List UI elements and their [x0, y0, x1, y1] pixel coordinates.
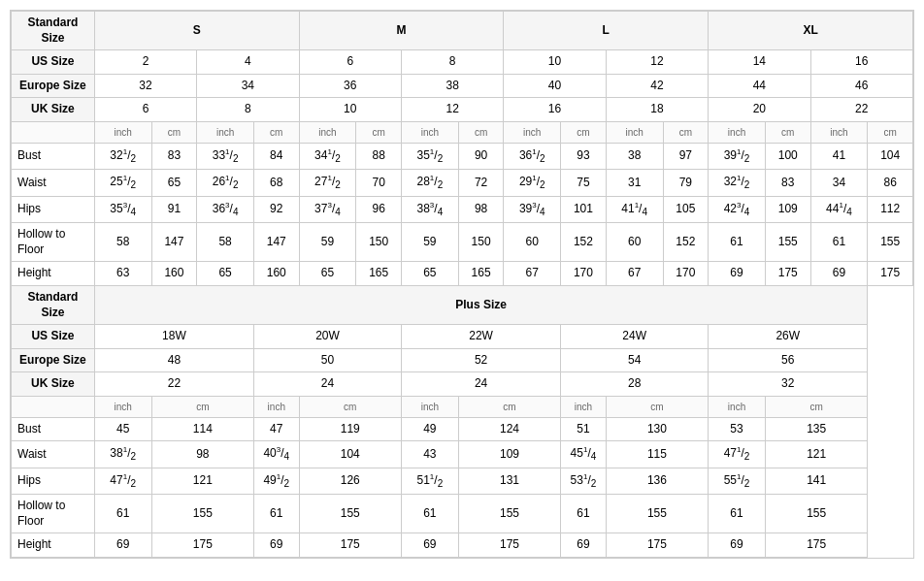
bust-1-8: 90: [458, 143, 504, 169]
hf-1-10: 152: [561, 223, 607, 262]
unit-row-1: inch cm inch cm inch cm inch cm inch cm …: [12, 121, 913, 143]
hollow-floor-label-2: Hollow to Floor: [12, 495, 95, 533]
us-size-row: US Size 2 4 6 8 10 12 14 16: [12, 50, 913, 75]
hips-2-1: 471/2: [94, 468, 151, 494]
hf-1-3: 58: [197, 223, 254, 262]
unit-inch-8: inch: [810, 121, 868, 143]
hips-1-8: 98: [458, 196, 504, 222]
uk2-32: 32: [709, 372, 868, 397]
bust-1-6: 88: [356, 143, 402, 169]
height-1-3: 65: [197, 262, 254, 286]
bust-row-1: Bust 321/2 83 331/2 84 341/2 88 351/2 90…: [12, 143, 913, 169]
height-1-5: 65: [299, 262, 356, 286]
unit2-cm-3: cm: [458, 396, 560, 417]
uk-20: 20: [709, 98, 810, 122]
hips-1-10: 101: [561, 196, 607, 222]
unit-empty: [12, 121, 95, 143]
hf-2-8: 155: [606, 495, 708, 533]
height-2-6: 175: [458, 533, 560, 558]
waist-2-3: 403/4: [254, 441, 300, 468]
height-2-1: 69: [94, 533, 151, 558]
eu-36: 36: [299, 74, 401, 98]
hips-1-14: 109: [765, 196, 810, 222]
us-26w: 26W: [709, 325, 868, 349]
bust-1-14: 100: [765, 143, 810, 169]
unit-inch-6: inch: [606, 121, 663, 143]
bust-1-7: 351/2: [401, 143, 458, 169]
waist-1-11: 31: [606, 170, 663, 196]
size-s-header: S: [94, 12, 299, 50]
hips-label-1: Hips: [12, 196, 95, 222]
height-1-14: 175: [765, 262, 810, 286]
us-size-12: 12: [606, 50, 708, 75]
eu-38: 38: [401, 74, 503, 98]
height-label-1: Height: [12, 262, 95, 286]
height-1-16: 175: [868, 262, 913, 286]
height-2-7: 69: [561, 533, 607, 558]
uk-6: 6: [94, 98, 196, 122]
unit-cm-6: cm: [663, 121, 709, 143]
eu2-50: 50: [254, 348, 402, 372]
bust-1-2: 83: [151, 143, 197, 169]
height-1-1: 63: [94, 262, 151, 286]
height-2-9: 69: [709, 533, 766, 558]
bust-1-15: 41: [810, 143, 868, 169]
bust-2-8: 130: [606, 417, 708, 441]
waist-1-16: 86: [868, 170, 913, 196]
size-xl-header: XL: [709, 12, 913, 50]
height-2-3: 69: [254, 533, 300, 558]
bust-2-6: 124: [458, 417, 560, 441]
unit-cm-5: cm: [561, 121, 607, 143]
waist-1-15: 34: [810, 170, 868, 196]
hips-1-9: 393/4: [504, 196, 561, 222]
waist-1-14: 83: [765, 170, 810, 196]
hf-1-5: 59: [299, 223, 356, 262]
eu-32: 32: [94, 74, 196, 98]
height-row-1: Height 63 160 65 160 65 165 65 165 67 17…: [12, 262, 913, 286]
unit2-inch-1: inch: [94, 396, 151, 417]
bust-1-3: 331/2: [197, 143, 254, 169]
hips-2-5: 511/2: [401, 468, 458, 494]
bust-2-5: 49: [401, 417, 458, 441]
hips-1-2: 91: [151, 196, 197, 222]
hollow-floor-label-1: Hollow to Floor: [12, 223, 95, 262]
unit-inch-1: inch: [94, 121, 151, 143]
uk-size-label: UK Size: [12, 98, 95, 122]
unit2-inch-3: inch: [401, 396, 458, 417]
hollow-floor-row-2: Hollow to Floor 61 155 61 155 61 155 61 …: [12, 495, 913, 533]
height-2-4: 175: [299, 533, 401, 558]
hf-1-8: 150: [458, 223, 504, 262]
europe-size-label: Europe Size: [12, 74, 95, 98]
bust-1-4: 84: [254, 143, 300, 169]
eu2-48: 48: [94, 348, 253, 372]
us-size-6: 6: [299, 50, 401, 75]
waist-1-6: 70: [356, 170, 402, 196]
height-1-9: 67: [504, 262, 561, 286]
height-2-5: 69: [401, 533, 458, 558]
hf-2-9: 61: [709, 495, 766, 533]
hips-1-13: 423/4: [709, 196, 766, 222]
hf-1-9: 60: [504, 223, 561, 262]
bust-2-4: 119: [299, 417, 401, 441]
unit-inch-4: inch: [401, 121, 458, 143]
hf-2-6: 155: [458, 495, 560, 533]
unit-cm-8: cm: [868, 121, 913, 143]
unit2-empty: [12, 396, 95, 417]
us-size-14: 14: [709, 50, 810, 75]
hips-row-2: Hips 471/2 121 491/2 126 511/2 131 531/2…: [12, 468, 913, 494]
hips-1-5: 373/4: [299, 196, 356, 222]
eu-46: 46: [810, 74, 912, 98]
eu2-56: 56: [709, 348, 868, 372]
hips-1-16: 112: [868, 196, 913, 222]
us-size-2: 2: [94, 50, 196, 75]
unit-row-2: inch cm inch cm inch cm inch cm inch cm: [12, 396, 913, 417]
hf-1-11: 60: [606, 223, 663, 262]
eu-40: 40: [504, 74, 606, 98]
waist-1-5: 271/2: [299, 170, 356, 196]
europe-size-label-2: Europe Size: [12, 348, 95, 372]
waist-1-12: 79: [663, 170, 709, 196]
us-20w: 20W: [254, 325, 402, 349]
waist-1-7: 281/2: [401, 170, 458, 196]
us-size-row-2: US Size 18W 20W 22W 24W 26W: [12, 325, 913, 349]
height-1-6: 165: [356, 262, 402, 286]
